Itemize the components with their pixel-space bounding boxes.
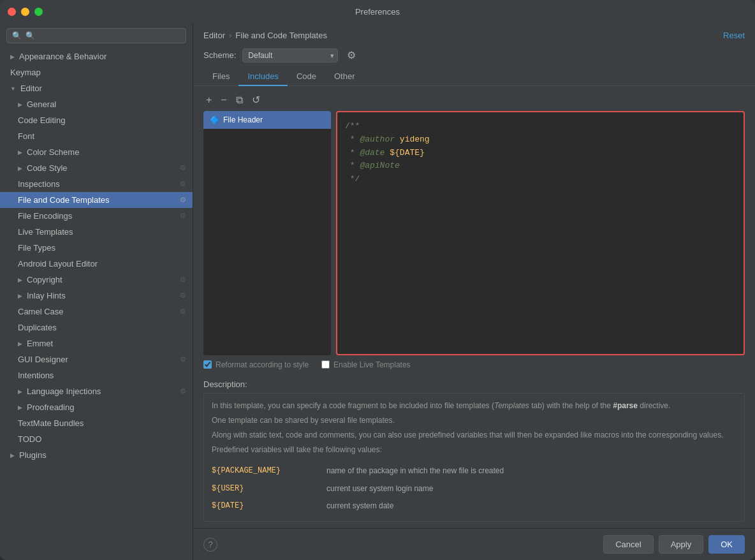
tab-files[interactable]: Files — [203, 68, 238, 86]
variable-row: ${USER} current user system login name — [212, 480, 737, 497]
sidebar-item-keymap[interactable]: Keymap — [0, 64, 193, 80]
minimize-button[interactable] — [21, 8, 29, 16]
sidebar-item-emmet[interactable]: ▶ Emmet — [0, 335, 193, 351]
sidebar-item-appearance[interactable]: ▶ Appearance & Behavior — [0, 48, 193, 64]
code-line-4: * @apiNote — [345, 159, 736, 173]
live-templates-option: Enable Live Templates — [321, 360, 411, 369]
tab-includes[interactable]: Includes — [238, 68, 287, 86]
breadcrumb-current: File and Code Templates — [235, 31, 327, 40]
settings-icon: ⚙ — [180, 276, 186, 284]
sidebar-item-gui-designer[interactable]: GUI Designer ⚙ — [0, 351, 193, 367]
ok-button[interactable]: OK — [708, 535, 745, 554]
code-line-5: */ — [345, 173, 736, 186]
copy-template-button[interactable]: ⧉ — [233, 93, 246, 107]
sidebar-item-textmate-bundles[interactable]: TextMate Bundles — [0, 415, 193, 431]
settings-icon: ⚙ — [180, 196, 186, 204]
editor-area: + − ⧉ ↺ 🔷 File Header /** — [193, 86, 755, 355]
expand-arrow: ▶ — [18, 277, 22, 283]
sidebar-item-proofreading[interactable]: ▶ Proofreading — [0, 399, 193, 415]
close-button[interactable] — [8, 8, 16, 16]
sidebar-item-code-style[interactable]: ▶ Code Style ⚙ — [0, 160, 193, 176]
sidebar-item-label: Plugins — [19, 450, 47, 460]
sidebar-item-label: Intentions — [18, 371, 54, 380]
bottom-options: Reformat according to style Enable Live … — [193, 355, 755, 374]
settings-icon: ⚙ — [180, 387, 186, 395]
add-template-button[interactable]: + — [203, 93, 214, 107]
variable-name: ${PACKAGE_NAME} — [212, 462, 326, 480]
expand-arrow: ▶ — [10, 54, 15, 60]
sidebar-item-editor[interactable]: ▼ Editor — [0, 80, 193, 96]
sidebar-item-label: Appearance & Behavior — [19, 52, 106, 61]
settings-icon: ⚙ — [180, 291, 186, 300]
sidebar-item-label: Proofreading — [27, 402, 74, 412]
sidebar-item-inspections[interactable]: Inspections ⚙ — [0, 176, 193, 192]
search-box[interactable]: 🔍 — [6, 28, 186, 43]
sidebar-item-label: GUI Designer — [18, 355, 68, 364]
sidebar-item-label: Duplicates — [18, 323, 57, 332]
sidebar-item-general[interactable]: ▶ General — [0, 96, 193, 112]
sidebar-item-font[interactable]: Font — [0, 128, 193, 144]
sidebar-item-label: File Types — [18, 243, 55, 253]
reformat-checkbox[interactable] — [203, 360, 212, 369]
search-input[interactable] — [26, 31, 180, 40]
settings-icon: ⚙ — [180, 164, 186, 172]
remove-template-button[interactable]: − — [218, 93, 229, 107]
sidebar-item-inlay-hints[interactable]: ▶ Inlay Hints ⚙ — [0, 288, 193, 304]
variable-name: ${DATE} — [212, 497, 326, 515]
file-icon: 🔷 — [210, 115, 219, 124]
apply-button[interactable]: Apply — [659, 535, 704, 554]
variable-desc: name of the package in which the new fil… — [326, 462, 737, 480]
code-editor[interactable]: /** * @author yideng * @date ${DATE} * @… — [336, 111, 745, 355]
sidebar-item-file-and-code-templates[interactable]: File and Code Templates ⚙ — [0, 192, 193, 208]
variable-name: ${USER} — [212, 480, 326, 497]
sidebar-item-duplicates[interactable]: Duplicates — [0, 320, 193, 335]
settings-icon: ⚙ — [180, 212, 186, 220]
sidebar-item-language-injections[interactable]: ▶ Language Injections ⚙ — [0, 383, 193, 399]
sidebar-item-camel-case[interactable]: Camel Case ⚙ — [0, 304, 193, 320]
tab-other[interactable]: Other — [325, 68, 364, 86]
expand-arrow: ▶ — [18, 165, 22, 172]
sidebar-item-label: Color Scheme — [27, 147, 79, 157]
code-line-1: /** — [345, 120, 736, 133]
scheme-gear-button[interactable]: ⚙ — [344, 48, 358, 63]
sidebar-item-label: General — [27, 99, 56, 109]
live-templates-checkbox[interactable] — [321, 360, 330, 369]
file-item-label: File Header — [223, 115, 263, 124]
cancel-button[interactable]: Cancel — [603, 535, 653, 554]
sidebar-item-label: Language Injections — [27, 387, 101, 396]
variable-desc: current user system login name — [326, 480, 737, 497]
sidebar-item-label: Inspections — [18, 179, 60, 189]
description-line-2: One template can be shared by several fi… — [212, 415, 737, 427]
sidebar-item-android-layout-editor[interactable]: Android Layout Editor — [0, 256, 193, 272]
sidebar-item-file-encodings[interactable]: File Encodings ⚙ — [0, 208, 193, 224]
sidebar-item-label: TODO — [18, 434, 41, 444]
sidebar-item-color-scheme[interactable]: ▶ Color Scheme — [0, 144, 193, 160]
description-area: Description: In this template, you can s… — [193, 374, 755, 528]
file-list: 🔷 File Header — [203, 111, 331, 355]
tab-code[interactable]: Code — [288, 68, 325, 86]
file-header-item[interactable]: 🔷 File Header — [203, 111, 331, 129]
scheme-select[interactable]: Default Project — [242, 48, 338, 63]
expand-arrow: ▶ — [18, 293, 22, 299]
sidebar: 🔍 ▶ Appearance & Behavior Keymap ▼ Edi — [0, 23, 193, 560]
parse-bold: #parse — [613, 401, 638, 410]
sidebar-item-intentions[interactable]: Intentions — [0, 367, 193, 383]
maximize-button[interactable] — [34, 8, 43, 16]
sidebar-item-label: Editor — [20, 84, 42, 93]
sidebar-item-code-editing[interactable]: Code Editing — [0, 112, 193, 128]
sidebar-item-file-types[interactable]: File Types — [0, 240, 193, 256]
variable-row: ${DATE} current system date — [212, 497, 737, 515]
sidebar-item-label: Code Editing — [18, 115, 65, 125]
sidebar-item-label: Copyright — [27, 275, 62, 284]
sidebar-item-plugins[interactable]: ▶ Plugins — [0, 447, 193, 463]
sidebar-item-live-templates[interactable]: Live Templates — [0, 224, 193, 240]
reset-button[interactable]: Reset — [723, 31, 745, 40]
sidebar-item-todo[interactable]: TODO — [0, 431, 193, 447]
help-button[interactable]: ? — [203, 538, 217, 552]
description-text: In this template, you can specify a code… — [212, 400, 737, 412]
sidebar-item-label: Android Layout Editor — [18, 259, 98, 269]
variable-row: ${PACKAGE_NAME} name of the package in w… — [212, 462, 737, 480]
sidebar-item-copyright[interactable]: ▶ Copyright ⚙ — [0, 272, 193, 288]
expand-arrow: ▶ — [18, 388, 22, 395]
reset-template-button[interactable]: ↺ — [249, 92, 263, 107]
